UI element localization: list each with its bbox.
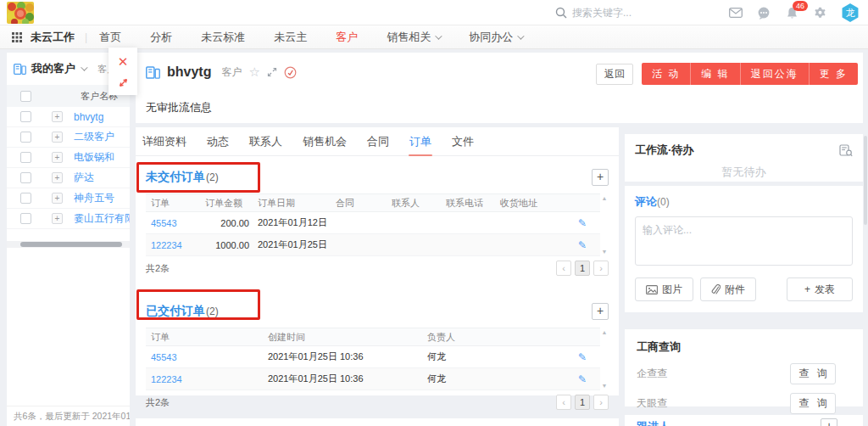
tab-opportunities[interactable]: 销售机会 (303, 127, 347, 156)
nav-item-analysis[interactable]: 分析 (150, 30, 172, 45)
customer-list-panel: 我的客户 客户 客户名称 + bhvytg + 二级客户 + 电饭锅和 + 萨达… (7, 53, 130, 426)
row-checkbox[interactable] (20, 111, 31, 122)
action-button-group: 活 动 编 辑 退回公海 更 多 (642, 63, 858, 85)
scroll-up-icon[interactable]: ▲ (602, 195, 608, 201)
workspace-title[interactable]: 未云工作 (31, 30, 75, 45)
scrollbar-thumb[interactable] (20, 242, 122, 247)
expand-plus-icon[interactable]: + (52, 193, 63, 204)
more-button[interactable]: 更 多 (810, 63, 858, 85)
expand-plus-icon[interactable]: + (52, 132, 63, 143)
select-all-checkbox[interactable] (20, 91, 31, 102)
page-number-button[interactable]: 1 (575, 261, 590, 276)
customer-link[interactable]: 萨达 (74, 171, 94, 185)
list-item[interactable]: + 霎山五行有限 (7, 209, 130, 229)
notifications-bell-icon[interactable]: 46 (785, 6, 798, 20)
row-checkbox[interactable] (20, 193, 31, 204)
edit-pencil-icon[interactable]: ✎ (578, 351, 587, 363)
back-button[interactable]: 返回 (596, 64, 633, 85)
tab-files[interactable]: 文件 (452, 127, 474, 156)
follow-status-icon[interactable] (284, 66, 297, 79)
tab-contracts[interactable]: 合同 (367, 127, 389, 156)
nav-item-customer[interactable]: 客户 (336, 30, 358, 45)
row-checkbox[interactable] (20, 152, 31, 163)
list-item[interactable]: + bhvytg (7, 107, 130, 127)
comment-input[interactable] (635, 216, 853, 266)
app-logo[interactable] (7, 2, 34, 24)
table-row[interactable]: 122234 2021年01月25日 10:36 何龙 ✎ (146, 368, 600, 390)
nav-item-standard[interactable]: 未云标准 (201, 30, 245, 45)
settings-gear-icon[interactable] (813, 6, 826, 20)
horizontal-scrollbar[interactable] (7, 241, 130, 248)
customer-link[interactable]: 电饭锅和 (74, 150, 114, 165)
customer-link[interactable]: 神舟五号 (74, 191, 114, 205)
add-order-button[interactable]: + (592, 169, 609, 186)
query-button[interactable]: 查 询 (790, 363, 836, 384)
page-number-button[interactable]: 1 (575, 395, 590, 410)
fullscreen-icon[interactable] (267, 67, 277, 77)
order-link[interactable]: 122234 (146, 240, 200, 250)
mail-icon[interactable] (729, 6, 743, 20)
table-row[interactable]: 122234 1000.00 2021年01月25日 ✎ (146, 234, 600, 256)
image-button[interactable]: 图片 (635, 277, 693, 301)
customer-link[interactable]: bhvytg (74, 111, 103, 123)
attachment-button[interactable]: 附件 (700, 277, 756, 301)
expand-arrows-icon[interactable] (118, 77, 129, 88)
chevron-down-icon[interactable] (81, 64, 87, 70)
user-avatar[interactable]: 龙 (841, 3, 860, 22)
table-row[interactable]: 45543 200.00 2021年01月12日 ✎ (146, 212, 600, 234)
scroll-down-icon[interactable]: ▼ (602, 249, 608, 255)
nav-item-home[interactable]: 首页 (99, 30, 121, 45)
next-page-button[interactable]: › (593, 395, 609, 410)
return-to-pool-button[interactable]: 退回公海 (741, 63, 810, 85)
list-item[interactable]: + 电饭锅和 (7, 148, 130, 168)
query-button[interactable]: 查 询 (790, 393, 836, 414)
nav-item-sales[interactable]: 销售相关 (387, 30, 440, 45)
prev-page-button[interactable]: ‹ (556, 261, 571, 276)
scroll-down-icon[interactable]: ▼ (602, 383, 608, 389)
star-favorite-icon[interactable]: ☆ (248, 64, 259, 80)
list-view-title[interactable]: 我的客户 (31, 61, 75, 76)
list-item[interactable]: + 二级客户 (7, 127, 130, 148)
edit-button[interactable]: 编 辑 (691, 63, 740, 85)
edit-pencil-icon[interactable]: ✎ (578, 373, 587, 385)
edit-pencil-icon[interactable]: ✎ (578, 239, 587, 251)
apps-grid-icon[interactable] (12, 32, 22, 42)
edit-pencil-icon[interactable]: ✎ (578, 217, 587, 229)
list-item[interactable]: + 神舟五号 (7, 188, 130, 209)
tab-contacts[interactable]: 联系人 (249, 127, 282, 156)
next-page-button[interactable]: › (593, 261, 609, 276)
order-link[interactable]: 45543 (146, 218, 200, 228)
add-button[interactable]: + (821, 418, 837, 426)
chat-icon[interactable] (757, 6, 771, 20)
table-scrollbar[interactable]: ▲▼ (600, 193, 609, 256)
expand-plus-icon[interactable]: + (52, 172, 63, 183)
order-link[interactable]: 45543 (146, 352, 263, 362)
row-checkbox[interactable] (20, 213, 31, 224)
tab-activity[interactable]: 动态 (207, 127, 229, 156)
prev-page-button[interactable]: ‹ (556, 395, 571, 410)
add-order-button[interactable]: + (592, 303, 609, 320)
row-checkbox[interactable] (20, 132, 31, 143)
tab-orders[interactable]: 订单 (409, 127, 431, 156)
customer-link[interactable]: 二级客户 (74, 130, 114, 144)
scroll-up-icon[interactable]: ▲ (602, 329, 608, 335)
list-item[interactable]: + 萨达 (7, 168, 130, 188)
tab-details[interactable]: 详细资料 (142, 127, 186, 156)
row-checkbox[interactable] (20, 172, 31, 183)
close-icon[interactable]: ✕ (118, 54, 129, 70)
expand-plus-icon[interactable]: + (52, 152, 63, 163)
nav-item-collab[interactable]: 协同办公 (469, 30, 522, 45)
expand-plus-icon[interactable]: + (52, 213, 63, 224)
customer-link[interactable]: 霎山五行有限 (74, 211, 130, 226)
order-link[interactable]: 122234 (146, 374, 263, 384)
right-scrollbar-thumb[interactable] (864, 136, 867, 225)
table-scrollbar[interactable]: ▲▼ (600, 328, 609, 390)
post-comment-button[interactable]: + 发表 (787, 277, 853, 301)
table-row[interactable]: 45543 2021年01月25日 10:36 何龙 ✎ (146, 346, 600, 368)
order-owner: 何龙 (422, 350, 532, 363)
activity-button[interactable]: 活 动 (642, 63, 691, 85)
workflow-search-icon[interactable] (839, 144, 853, 157)
expand-plus-icon[interactable]: + (52, 111, 63, 122)
nav-item-main[interactable]: 未云主 (274, 30, 307, 45)
search-input[interactable] (572, 7, 699, 19)
